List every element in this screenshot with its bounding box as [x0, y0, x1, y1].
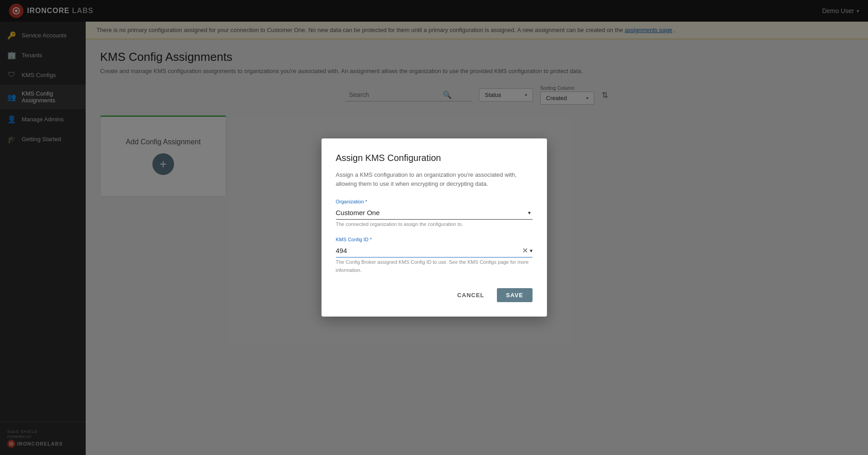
modal-description: Assign a KMS configuration to an organiz…: [336, 170, 533, 188]
org-label: Organization *: [336, 199, 533, 204]
organization-field: Organization * Customer One ▾ The connec…: [336, 199, 533, 228]
modal-overlay[interactable]: Assign KMS Configuration Assign a KMS co…: [0, 0, 868, 455]
save-button[interactable]: SAVE: [497, 288, 532, 302]
kms-config-id-wrapper: ✕ ▾: [336, 244, 533, 257]
cancel-button[interactable]: CANCEL: [450, 288, 491, 302]
kms-config-id-hint: The Config Broker assigned KMS Config ID…: [336, 259, 529, 273]
org-hint: The connected organization to assign the…: [336, 221, 464, 227]
modal-actions: CANCEL SAVE: [336, 288, 533, 302]
kms-config-id-label: KMS Config ID *: [336, 237, 533, 242]
kms-config-id-field: KMS Config ID * ✕ ▾ The Config Broker as…: [336, 237, 533, 274]
org-select-wrapper: Customer One ▾: [336, 206, 533, 220]
kms-config-id-input[interactable]: [336, 244, 522, 257]
modal-title: Assign KMS Configuration: [336, 153, 533, 163]
kms-config-id-chevron-icon[interactable]: ▾: [530, 248, 533, 254]
kms-config-id-actions: ✕ ▾: [522, 246, 533, 255]
org-select[interactable]: Customer One: [336, 206, 533, 219]
modal-dialog: Assign KMS Configuration Assign a KMS co…: [321, 138, 547, 317]
clear-icon[interactable]: ✕: [522, 246, 528, 255]
